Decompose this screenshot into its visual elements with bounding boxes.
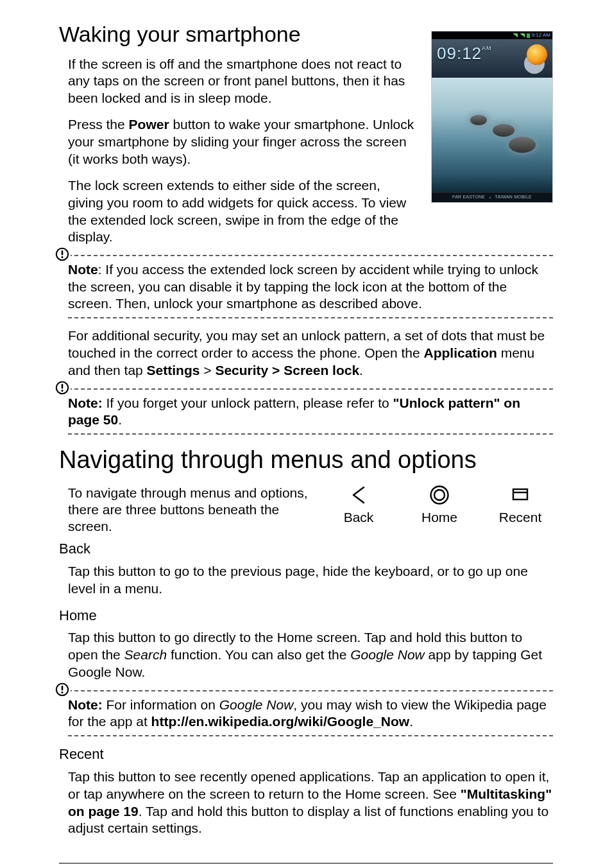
text: . <box>359 363 363 378</box>
lockscreen-ampm: AM <box>482 45 492 51</box>
text: . <box>409 714 413 729</box>
recent-label: Recent <box>499 509 542 526</box>
lockscreen-status-bar: 9:12 AM <box>432 31 552 39</box>
alert-icon <box>55 682 71 697</box>
stone-graphic <box>493 124 514 137</box>
lockscreen-time: 09:12 <box>437 44 482 63</box>
recent-subhead: Recent <box>59 745 553 763</box>
note-text: Note: If you access the extended lock sc… <box>68 261 553 312</box>
alert-icon <box>55 381 71 395</box>
status-time: 9:12 AM <box>532 32 550 39</box>
text: . Tap and hold this button to display a … <box>68 804 548 836</box>
recent-body: Tap this button to see recently opened a… <box>68 768 553 838</box>
note-label: Note <box>68 262 98 277</box>
home-label: Home <box>421 509 457 526</box>
home-body: Tap this button to go directly to the Ho… <box>68 629 553 681</box>
waking-p4: For additional security, you may set an … <box>68 327 553 379</box>
waking-p2: Press the Power button to wake your smar… <box>68 116 418 168</box>
navigating-intro: To navigate through menus and options, t… <box>68 485 323 535</box>
svg-rect-11 <box>62 686 64 691</box>
lockscreen-carrier-bar: FAR EASTONE ● TAIWAN MOBILE <box>432 192 552 202</box>
svg-point-7 <box>434 490 445 500</box>
text: . <box>118 412 122 427</box>
carrier-b: TAIWAN MOBILE <box>495 195 531 200</box>
weather-icon <box>527 44 547 65</box>
settings-label: Settings <box>147 363 200 378</box>
power-label: Power <box>129 117 169 132</box>
home-icon <box>428 483 451 507</box>
note-text: Note: For information on Google Now, you… <box>68 697 553 731</box>
back-icon <box>347 483 370 507</box>
wikipedia-url: http://en.wikipedia.org/wiki/Google_Now <box>151 714 410 729</box>
back-subhead: Back <box>59 540 553 558</box>
lockscreen-screenshot: 9:12 AM 09:12AM FAR EASTONE ● TAIWAN MOB… <box>431 31 553 203</box>
svg-rect-4 <box>62 384 64 389</box>
text: If you forget your unlock pattern, pleas… <box>103 395 393 410</box>
text: : If you access the extended lock screen… <box>68 262 538 311</box>
alert-icon <box>55 247 71 261</box>
text: function. You can also get the <box>167 647 350 662</box>
nav-back: Back <box>330 483 387 526</box>
nav-recent: Recent <box>491 483 549 526</box>
note-label: Note: <box>68 697 103 712</box>
note-text: Note: If you forget your unlock pattern,… <box>68 395 553 429</box>
back-label: Back <box>344 509 374 526</box>
note-unlock-pattern: Note: If you forget your unlock pattern,… <box>59 388 553 435</box>
svg-rect-1 <box>62 250 64 256</box>
battery-icon <box>527 33 530 38</box>
nav-home: Home <box>411 483 468 526</box>
svg-point-12 <box>61 691 63 693</box>
google-now-em: Google Now <box>219 697 294 712</box>
stone-graphic <box>509 137 536 153</box>
heading-navigating: Navigating through menus and options <box>59 445 553 476</box>
text: > <box>200 363 215 378</box>
svg-point-5 <box>61 390 63 392</box>
signal-icon <box>513 33 518 37</box>
text: For information on <box>103 697 219 712</box>
lockscreen-top: 09:12AM <box>432 39 552 78</box>
recent-icon <box>509 483 532 507</box>
signal-icon <box>520 33 525 37</box>
waking-p1: If the screen is off and the smartphone … <box>68 56 418 108</box>
application-label: Application <box>424 345 497 360</box>
page-footer: 10 <box>59 863 553 868</box>
back-body: Tap this button to go to the previous pa… <box>68 563 553 598</box>
google-now-em: Google Now <box>350 647 425 662</box>
search-em: Search <box>124 647 167 662</box>
note-google-now: Note: For information on Google Now, you… <box>59 690 553 737</box>
carrier-a: FAR EASTONE <box>452 195 485 200</box>
home-subhead: Home <box>59 607 553 625</box>
waking-p3: The lock screen extends to either side o… <box>68 177 418 247</box>
lockscreen-wallpaper <box>432 78 552 192</box>
note-label: Note: <box>68 395 103 410</box>
dot-icon: ● <box>489 195 491 199</box>
stone-graphic <box>470 115 487 125</box>
svg-point-6 <box>431 486 448 503</box>
security-path: Security > Screen lock <box>215 363 359 378</box>
nav-icons-row: Back Home Recent <box>330 483 549 526</box>
svg-point-2 <box>61 256 63 258</box>
note-extended-lock: Note: If you access the extended lock sc… <box>59 255 553 318</box>
text: Press the <box>68 117 129 132</box>
svg-rect-8 <box>513 489 527 499</box>
